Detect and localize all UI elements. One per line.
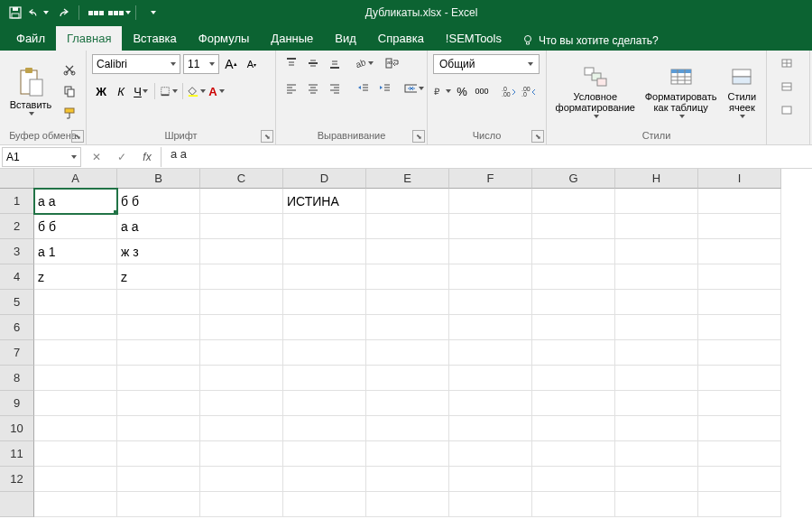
decrease-decimal-icon[interactable]: .00.0 <box>520 81 538 101</box>
cell[interactable] <box>366 366 449 391</box>
cancel-icon[interactable]: ✕ <box>88 149 105 165</box>
enter-icon[interactable]: ✓ <box>114 149 130 165</box>
cell[interactable] <box>283 441 366 467</box>
tab-help[interactable]: Справка <box>367 26 435 51</box>
cell[interactable] <box>283 315 366 340</box>
cell[interactable] <box>449 290 532 315</box>
cell[interactable]: б б <box>34 214 117 239</box>
cell[interactable] <box>366 264 449 290</box>
cell[interactable] <box>449 340 532 366</box>
align-right-icon[interactable] <box>325 79 345 97</box>
insert-cells-icon[interactable] <box>779 54 798 72</box>
cell[interactable] <box>615 315 698 340</box>
cell[interactable] <box>615 290 698 315</box>
cut-icon[interactable] <box>60 60 79 79</box>
increase-decimal-icon[interactable]: .0.00 <box>500 81 518 101</box>
cell[interactable] <box>200 264 283 290</box>
cell[interactable] <box>200 290 283 315</box>
alignment-launcher-icon[interactable]: ⬊ <box>412 130 425 143</box>
cell[interactable]: а 1 <box>34 239 117 264</box>
cell[interactable] <box>449 492 532 517</box>
cell[interactable] <box>532 340 615 366</box>
cell[interactable] <box>366 340 449 366</box>
cell[interactable] <box>449 416 532 441</box>
cell[interactable] <box>698 315 781 340</box>
cell[interactable] <box>34 391 117 416</box>
cell[interactable] <box>366 290 449 315</box>
cell[interactable] <box>366 492 449 517</box>
tab-home[interactable]: Главная <box>56 26 122 51</box>
align-middle-icon[interactable] <box>303 54 323 72</box>
cell[interactable] <box>698 467 781 492</box>
tab-formulas[interactable]: Формулы <box>188 26 261 51</box>
cell[interactable] <box>283 214 366 239</box>
fill-handle[interactable] <box>114 210 117 214</box>
cell[interactable] <box>117 340 200 366</box>
comma-format-button[interactable]: 000 <box>473 81 491 101</box>
column-header[interactable]: H <box>615 169 698 189</box>
percent-format-button[interactable]: % <box>453 81 471 101</box>
cell[interactable] <box>200 366 283 391</box>
cell[interactable] <box>449 467 532 492</box>
row-header[interactable]: 12 <box>0 467 34 492</box>
row-header[interactable]: 1 <box>0 189 34 214</box>
row-header[interactable]: 9 <box>0 391 34 416</box>
cell[interactable] <box>698 340 781 366</box>
cell[interactable] <box>532 366 615 391</box>
cell[interactable] <box>283 492 366 517</box>
tab-insert[interactable]: Вставка <box>122 26 187 51</box>
cell[interactable] <box>117 290 200 315</box>
cell[interactable] <box>615 366 698 391</box>
cell[interactable] <box>532 492 615 517</box>
cell[interactable] <box>283 416 366 441</box>
cell[interactable] <box>532 214 615 239</box>
cell[interactable]: б б <box>117 189 200 214</box>
cell[interactable] <box>615 492 698 517</box>
cell[interactable]: ИСТИНА <box>283 189 366 214</box>
column-header[interactable]: G <box>532 169 615 189</box>
cell[interactable] <box>449 441 532 467</box>
row-header[interactable] <box>0 492 34 517</box>
cell[interactable] <box>698 239 781 264</box>
cell[interactable] <box>698 189 781 214</box>
cell[interactable] <box>698 492 781 517</box>
cell[interactable] <box>200 467 283 492</box>
cell[interactable] <box>366 315 449 340</box>
cell[interactable] <box>366 239 449 264</box>
number-format-select[interactable]: Общий <box>433 54 540 74</box>
cell[interactable] <box>283 467 366 492</box>
cell[interactable] <box>615 214 698 239</box>
cell[interactable] <box>449 189 532 214</box>
conditional-formatting-button[interactable]: Условное форматирование <box>552 62 639 120</box>
cell[interactable] <box>283 340 366 366</box>
cell[interactable] <box>200 416 283 441</box>
cell[interactable] <box>615 441 698 467</box>
format-cells-icon[interactable] <box>779 101 798 119</box>
cell[interactable] <box>34 340 117 366</box>
row-header[interactable]: 11 <box>0 441 34 467</box>
cell[interactable] <box>34 366 117 391</box>
font-size-select[interactable]: 11 <box>183 54 219 74</box>
align-bottom-icon[interactable] <box>325 54 345 72</box>
cell[interactable] <box>532 441 615 467</box>
cell[interactable] <box>283 264 366 290</box>
border-icon[interactable] <box>160 81 178 101</box>
cell[interactable] <box>283 290 366 315</box>
cell[interactable] <box>698 441 781 467</box>
cell[interactable] <box>200 214 283 239</box>
column-header[interactable]: D <box>283 169 366 189</box>
font-launcher-icon[interactable]: ⬊ <box>261 130 273 143</box>
cell[interactable] <box>532 416 615 441</box>
cell[interactable] <box>449 366 532 391</box>
cell[interactable]: z <box>117 264 200 290</box>
cell[interactable] <box>532 467 615 492</box>
bold-button[interactable]: Ж <box>92 81 110 101</box>
grow-font-icon[interactable]: A▴ <box>222 54 240 74</box>
font-color-icon[interactable]: A <box>208 81 226 101</box>
cell[interactable] <box>117 441 200 467</box>
cell[interactable] <box>449 239 532 264</box>
cell[interactable]: ж з <box>117 239 200 264</box>
cell[interactable] <box>615 391 698 416</box>
format-painter-icon[interactable] <box>60 104 79 122</box>
cell[interactable] <box>366 214 449 239</box>
